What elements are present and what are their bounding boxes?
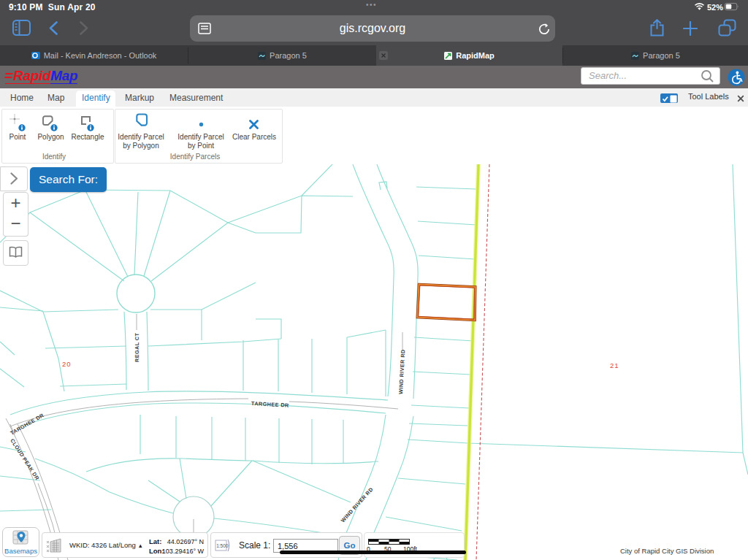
svg-text:REGAL CT: REGAL CT	[134, 332, 140, 362]
svg-text:WIND RIVER RD: WIND RIVER RD	[397, 349, 406, 394]
svg-text:TARGHEE DR: TARGHEE DR	[9, 412, 46, 437]
svg-text:CLOUD PEAK DR: CLOUD PEAK DR	[9, 437, 41, 482]
svg-text:1:500: 1:500	[216, 543, 229, 548]
svg-text:21: 21	[610, 361, 619, 369]
svg-text:WIND RIVER RD: WIND RIVER RD	[340, 486, 375, 524]
svg-text:20: 20	[62, 360, 72, 368]
svg-text:TARGHEE DR: TARGHEE DR	[251, 400, 289, 409]
